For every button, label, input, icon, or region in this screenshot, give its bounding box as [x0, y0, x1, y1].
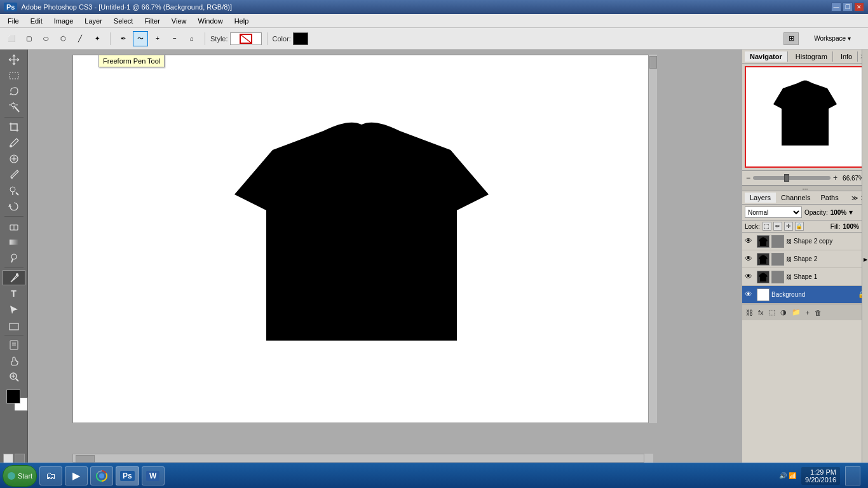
brush-tool[interactable]	[3, 167, 25, 182]
custom-shape-btn[interactable]: ✦	[90, 31, 105, 46]
lasso-tool[interactable]	[3, 84, 25, 99]
color-picker[interactable]	[293, 32, 308, 45]
tab-channels[interactable]: Channels	[776, 193, 815, 203]
taskbar-explorer[interactable]: 🗂	[39, 466, 62, 485]
layer-item-shape1[interactable]: 👁 ⛓ Shape 1	[742, 268, 868, 286]
zoom-out-btn[interactable]: −	[746, 173, 750, 182]
layer-fx-btn[interactable]: fx	[758, 309, 764, 316]
tshirt-canvas	[73, 55, 650, 423]
menu-filter[interactable]: Filter	[139, 16, 165, 26]
layers-panel-expand[interactable]: ≫	[851, 194, 858, 201]
tab-histogram[interactable]: Histogram	[790, 51, 833, 62]
zoom-slider[interactable]	[753, 176, 831, 180]
show-desktop-btn[interactable]	[845, 466, 860, 485]
ellipse-btn[interactable]: ⬭	[38, 31, 53, 46]
app-close-button[interactable]: ✕	[854, 3, 864, 11]
freeform-pen-btn[interactable]: 〜	[133, 31, 148, 46]
lock-position-btn[interactable]: ✛	[784, 222, 793, 231]
style-picker[interactable]	[230, 32, 262, 45]
lock-image-btn[interactable]: ✏	[773, 222, 782, 231]
hand-tool[interactable]	[3, 353, 25, 369]
foreground-color-box[interactable]	[6, 390, 20, 403]
move-tool[interactable]	[3, 52, 25, 67]
options-bar: ⬜ ▢ ⬭ ⬡ ╱ ✦ ✒ 〜 + − ⌂ Style: Color: ⊞ Wo…	[0, 28, 868, 50]
crop-tool[interactable]	[3, 119, 25, 135]
workspace-icon[interactable]: ⊞	[783, 32, 799, 45]
layer-item-background[interactable]: 👁 Background 🔒	[742, 286, 868, 304]
layer-link-shape2copy[interactable]: ⛓	[786, 238, 792, 245]
polygon-btn[interactable]: ⬡	[55, 31, 71, 46]
layer-adjustment-btn[interactable]: ◑	[780, 308, 787, 316]
layer-link-shape1[interactable]: ⛓	[786, 274, 792, 280]
menu-select[interactable]: Select	[109, 16, 139, 26]
path-select-tool[interactable]	[3, 302, 25, 317]
layer-name-shape1: Shape 1	[794, 273, 865, 280]
tab-info[interactable]: Info	[836, 51, 858, 62]
panel-resize-handle[interactable]: ···	[742, 186, 868, 191]
rect-shape-btn[interactable]: ⬜	[4, 31, 19, 46]
magic-wand-tool[interactable]	[3, 100, 25, 115]
layer-group-btn[interactable]: 📁	[792, 308, 801, 316]
menu-help[interactable]: Help	[229, 16, 254, 26]
healing-tool[interactable]	[3, 151, 25, 166]
layer-eye-shape1[interactable]: 👁	[745, 272, 755, 282]
taskbar-photoshop[interactable]: Ps	[116, 466, 139, 485]
layer-link-shape2[interactable]: ⛓	[786, 256, 792, 262]
layer-item-shape2copy[interactable]: 👁 ⛓ Shape 2 copy	[742, 233, 868, 250]
workspace-section: ⊞ Workspace ▾	[783, 31, 864, 46]
new-layer-btn[interactable]: +	[806, 309, 810, 316]
menu-layer[interactable]: Layer	[79, 16, 107, 26]
tab-paths[interactable]: Paths	[816, 193, 844, 203]
menu-window[interactable]: Window	[193, 16, 228, 26]
taskbar-word[interactable]: W	[142, 466, 165, 485]
zoom-in-btn[interactable]: +	[833, 173, 837, 182]
menu-view[interactable]: View	[166, 16, 192, 26]
dodge-tool[interactable]	[3, 250, 25, 266]
opacity-arrow[interactable]: ▾	[849, 208, 853, 217]
convert-point-btn[interactable]: ⌂	[184, 31, 200, 46]
type-tool[interactable]: T	[3, 286, 25, 301]
lock-all-btn[interactable]: 🔒	[795, 222, 804, 231]
pen-tool-btn[interactable]: ✒	[116, 31, 131, 46]
delete-anchor-btn[interactable]: −	[167, 31, 182, 46]
layer-eye-background[interactable]: 👁	[745, 290, 755, 300]
layer-mask-btn[interactable]: ⬚	[769, 308, 775, 316]
pen-tool[interactable]	[3, 270, 25, 285]
layer-item-shape2[interactable]: 👁 ⛓ Shape 2	[742, 250, 868, 268]
taskbar-media[interactable]: ▶	[65, 466, 88, 485]
notes-tool[interactable]	[3, 337, 25, 353]
zoom-tool[interactable]	[3, 369, 25, 384]
color-boxes	[6, 390, 29, 412]
layer-eye-shape2[interactable]: 👁	[745, 254, 755, 264]
canvas-vscrollbar[interactable]	[648, 55, 657, 423]
tab-layers[interactable]: Layers	[745, 193, 776, 203]
lock-transparent-btn[interactable]: ⬚	[763, 222, 771, 231]
round-rect-btn[interactable]: ▢	[21, 31, 36, 46]
eraser-tool[interactable]	[3, 219, 25, 234]
layer-link-btn[interactable]: ⛓	[746, 309, 753, 316]
add-anchor-btn[interactable]: +	[150, 31, 165, 46]
app-minimize-button[interactable]: —	[831, 3, 841, 11]
taskbar-chrome[interactable]	[90, 466, 113, 485]
menu-file[interactable]: File	[3, 16, 24, 26]
clock-area[interactable]: 1:29 PM 9/20/2016	[801, 467, 840, 485]
canvas-hscrollbar[interactable]	[72, 454, 644, 463]
gradient-tool[interactable]	[3, 234, 25, 250]
tab-navigator[interactable]: Navigator	[745, 51, 788, 62]
menu-edit[interactable]: Edit	[25, 16, 48, 26]
history-tool[interactable]	[3, 199, 25, 214]
delete-layer-btn[interactable]: 🗑	[815, 309, 822, 316]
clone-tool[interactable]	[3, 183, 25, 198]
app-restore-button[interactable]: ❐	[843, 3, 853, 11]
panel-collapse-btn[interactable]: ▶	[862, 50, 868, 469]
shape-tool[interactable]	[3, 318, 25, 333]
layer-eye-shape2copy[interactable]: 👁	[745, 236, 755, 247]
color-section: Color:	[273, 32, 308, 45]
start-button[interactable]: Start	[3, 465, 37, 487]
blend-mode-select[interactable]: Normal Multiply Screen Overlay	[745, 207, 802, 218]
eyedropper-tool[interactable]	[3, 135, 25, 151]
workspace-dropdown[interactable]: Workspace ▾	[801, 31, 864, 46]
menu-image[interactable]: Image	[49, 16, 79, 26]
marquee-tool[interactable]	[3, 68, 25, 83]
line-btn[interactable]: ╱	[72, 31, 88, 46]
